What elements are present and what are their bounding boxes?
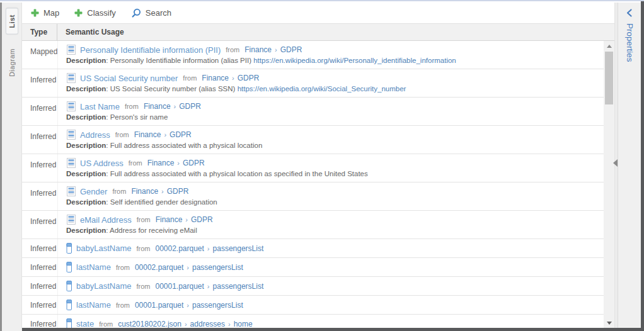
breadcrumb-link[interactable]: passengersList [192, 263, 243, 272]
row-type-cell: Mapped [22, 41, 57, 69]
breadcrumb-link[interactable]: 00002.parquet [135, 263, 183, 272]
description-url-link[interactable]: https://en.wikipedia.org/wiki/Personally… [253, 57, 456, 64]
scrollbar-thumb[interactable] [605, 52, 613, 104]
row-title-line: Last Name from Finance›GDPR [66, 101, 604, 111]
semantic-title-link[interactable]: babyLastName [76, 244, 131, 253]
table-row[interactable]: Inferred US Address from Finance›GDPR [22, 154, 604, 182]
breadcrumb-link[interactable]: 00002.parquet [155, 244, 204, 253]
column-header-type[interactable]: Type [22, 24, 57, 40]
row-title-line: lastName from 00001.parquet›passengersLi… [66, 300, 243, 310]
breadcrumb-link[interactable]: GDPR [238, 74, 260, 82]
classify-button-label: Classify [87, 8, 116, 18]
vertical-scrollbar[interactable] [604, 41, 614, 328]
breadcrumb-link[interactable]: GDPR [179, 102, 201, 111]
row-type-cell: Inferred [22, 277, 57, 295]
breadcrumb-link[interactable]: Finance [202, 74, 229, 82]
breadcrumb-link[interactable]: passengersList [192, 301, 243, 310]
semantic-title-link[interactable]: Personally Identifiable information (PII… [80, 45, 221, 55]
properties-panel-label[interactable]: Properties [625, 23, 635, 62]
semantic-title-link[interactable]: Gender [80, 187, 107, 196]
window-right-edge [641, 1, 644, 331]
search-button-label: Search [146, 8, 171, 18]
breadcrumb-link[interactable]: GDPR [280, 45, 302, 54]
breadcrumb-link[interactable]: Finance [156, 215, 183, 224]
column-header-semantic-usage[interactable]: Semantic Usage [57, 24, 614, 40]
tab-list[interactable]: List [6, 8, 18, 35]
table-row[interactable]: Inferred lastName from 00001.parquet›pas… [22, 296, 604, 315]
from-word: from [124, 103, 140, 110]
row-semantic-cell: lastName from 00001.parquet›passengersLi… [57, 296, 604, 314]
breadcrumb-link[interactable]: cust20180202.json [118, 320, 181, 328]
table-body: Mapped Personally Identifiable informati… [22, 41, 604, 328]
breadcrumb-separator: › [187, 264, 189, 271]
breadcrumb-link[interactable]: Finance [147, 159, 175, 167]
breadcrumb-link[interactable]: GDPR [167, 187, 189, 196]
breadcrumb: Finance›GDPR [156, 215, 213, 224]
breadcrumb-link[interactable]: addresses [190, 320, 225, 328]
breadcrumb-link[interactable]: passengersList [213, 282, 264, 291]
table-row[interactable]: Inferred Gender from Finance›GDPR [22, 182, 604, 211]
semantic-title-link[interactable]: US Social Security number [80, 74, 178, 83]
table-row[interactable]: Mapped Personally Identifiable informati… [22, 41, 604, 69]
breadcrumb: Finance›GDPR [134, 130, 192, 139]
description-label: Description [66, 170, 106, 177]
breadcrumb-link[interactable]: Finance [131, 187, 158, 196]
chevron-left-icon[interactable] [625, 8, 635, 18]
row-type-cell: Inferred [22, 126, 57, 154]
tab-diagram[interactable]: Diagram [8, 48, 16, 77]
splitter-collapse-icon[interactable] [613, 159, 618, 167]
table-row[interactable]: Inferred Last Name from Finance›GDPR [22, 98, 604, 126]
breadcrumb: 00002.parquet›passengersList [135, 263, 243, 272]
table-row[interactable]: Inferred state from cust20180202.json›ad… [22, 315, 604, 328]
row-title-line: eMail Address from Finance›GDPR [66, 215, 604, 225]
table-row[interactable]: Inferred lastName from 00002.parquet›pas… [22, 258, 604, 277]
column-icon [66, 243, 72, 254]
semantic-title-link[interactable]: eMail Address [80, 215, 132, 225]
breadcrumb: Finance›GDPR [131, 187, 188, 196]
semantic-type-icon [66, 186, 76, 196]
from-word: from [135, 283, 151, 290]
semantic-title-link[interactable]: babyLastName [76, 281, 131, 291]
classify-button[interactable]: Classify [74, 8, 116, 18]
breadcrumb-link[interactable]: Finance [144, 102, 171, 111]
row-title-line: Personally Identifiable information (PII… [66, 45, 604, 55]
breadcrumb-link[interactable]: GDPR [170, 130, 192, 139]
semantic-title-link[interactable]: US Address [80, 159, 124, 168]
breadcrumb: Finance›GDPR [147, 159, 205, 167]
breadcrumb-link[interactable]: GDPR [191, 215, 213, 224]
semantic-title-link[interactable]: lastName [76, 262, 111, 272]
breadcrumb: Finance›GDPR [202, 74, 259, 82]
scroll-down-button[interactable] [604, 318, 614, 328]
breadcrumb-separator: › [164, 131, 166, 138]
map-button[interactable]: Map [31, 8, 59, 18]
breadcrumb-separator: › [185, 216, 188, 223]
description-url-link[interactable]: https://en.wikipedia.org/wiki/Social_Sec… [238, 85, 406, 93]
semantic-title-link[interactable]: Address [80, 130, 110, 140]
breadcrumb-separator: › [187, 301, 189, 309]
scroll-up-button[interactable] [604, 41, 614, 51]
semantic-type-icon [66, 45, 76, 55]
search-button[interactable]: Search [131, 8, 171, 18]
semantic-title-link[interactable]: Last Name [80, 102, 120, 111]
description-line: Description: Person's sir name [66, 113, 604, 121]
breadcrumb-link[interactable]: 00001.parquet [155, 282, 204, 291]
semantic-title-link[interactable]: state [76, 319, 94, 328]
breadcrumb-link[interactable]: GDPR [183, 159, 205, 167]
row-title-line: babyLastName from 00001.parquet›passenge… [66, 281, 263, 291]
breadcrumb-link[interactable]: home [234, 320, 253, 328]
table-row[interactable]: Inferred babyLastName from 00002.parquet… [22, 239, 604, 258]
breadcrumb-link[interactable]: Finance [244, 45, 272, 54]
row-type-cell: Inferred [22, 182, 57, 210]
breadcrumb-link[interactable]: 00001.parquet [135, 301, 183, 310]
breadcrumb-link[interactable]: Finance [134, 130, 161, 139]
table-row[interactable]: Inferred babyLastName from 00001.parquet… [22, 277, 604, 296]
row-type-cell: Inferred [22, 239, 57, 257]
table-row[interactable]: Inferred Address from Finance›GDPR [22, 126, 604, 154]
table-row[interactable]: Inferred eMail Address from Finance›GDPR [22, 211, 604, 239]
row-semantic-cell: Personally Identifiable information (PII… [57, 41, 604, 69]
plus-icon [31, 9, 39, 17]
semantic-title-link[interactable]: lastName [76, 300, 111, 310]
table-row[interactable]: Inferred US Social Security number from … [22, 69, 604, 98]
breadcrumb-link[interactable]: passengersList [213, 244, 264, 253]
from-word: from [135, 216, 152, 223]
